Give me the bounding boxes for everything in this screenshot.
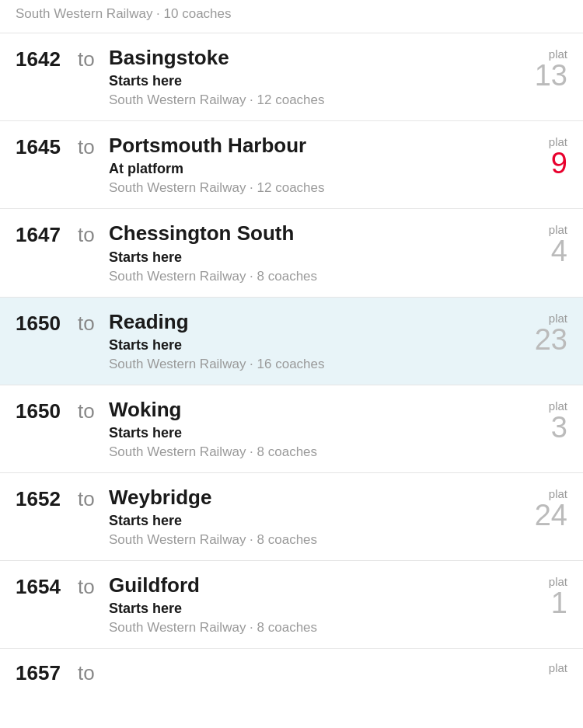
train-destination: Portsmouth Harbour xyxy=(109,134,513,158)
train-destination: Guildford xyxy=(109,573,513,597)
train-info: Chessington South Starts here South West… xyxy=(109,221,513,284)
train-row-partial-bottom[interactable]: 1657 to plat xyxy=(0,649,583,693)
train-destination: Weybridge xyxy=(109,486,513,510)
train-departures-list: South Western Railway · 10 coaches 1642 … xyxy=(0,0,583,693)
train-row-row-weybridge[interactable]: 1652 to Weybridge Starts here South West… xyxy=(0,473,583,561)
train-status: Starts here xyxy=(109,73,513,89)
platform-number: 3 xyxy=(551,413,567,442)
platform-number: 4 xyxy=(551,236,567,266)
train-platform: plat 23 xyxy=(513,310,567,372)
platform-number: 24 xyxy=(535,500,567,530)
train-operator: South Western Railway · 8 coaches xyxy=(109,620,513,636)
partial-to: to xyxy=(78,661,109,685)
train-info: Weybridge Starts here South Western Rail… xyxy=(109,486,513,548)
train-row-row-reading[interactable]: 1650 to Reading Starts here South Wester… xyxy=(0,298,583,385)
train-info: Portsmouth Harbour At platform South Wes… xyxy=(109,134,513,196)
partial-plat-label: plat xyxy=(549,661,567,674)
train-to: to xyxy=(78,134,109,196)
train-row-row-guildford[interactable]: 1654 to Guildford Starts here South West… xyxy=(0,561,583,649)
train-status: Starts here xyxy=(109,249,513,266)
platform-number: 9 xyxy=(551,148,567,178)
train-time: 1652 xyxy=(16,486,78,548)
train-destination: Reading xyxy=(109,310,513,334)
train-platform: plat 24 xyxy=(513,486,567,548)
train-to: to xyxy=(78,486,109,548)
partial-time: 1657 xyxy=(16,661,78,685)
train-time: 1647 xyxy=(16,221,78,284)
train-time: 1645 xyxy=(16,134,78,196)
train-info: Woking Starts here South Western Railway… xyxy=(109,398,513,460)
train-status: Starts here xyxy=(109,601,513,617)
partial-operator-text: South Western Railway · 10 coaches xyxy=(16,6,232,21)
train-time: 1642 xyxy=(16,46,78,108)
train-operator: South Western Railway · 12 coaches xyxy=(109,180,513,196)
train-row-row-basingstoke[interactable]: 1642 to Basingstoke Starts here South We… xyxy=(0,33,583,121)
train-to: to xyxy=(78,573,109,636)
train-to: to xyxy=(78,221,109,284)
train-operator: South Western Railway · 12 coaches xyxy=(109,92,513,108)
train-time: 1650 xyxy=(16,398,78,460)
train-destination: Woking xyxy=(109,398,513,422)
train-operator: South Western Railway · 8 coaches xyxy=(109,444,513,460)
partial-platform: plat xyxy=(513,661,567,674)
train-to: to xyxy=(78,398,109,460)
train-to: to xyxy=(78,310,109,372)
train-status: Starts here xyxy=(109,425,513,441)
train-platform: plat 13 xyxy=(513,46,567,108)
train-time: 1654 xyxy=(16,573,78,636)
train-platform: plat 9 xyxy=(513,134,567,196)
platform-number: 1 xyxy=(551,588,567,618)
train-info: Guildford Starts here South Western Rail… xyxy=(109,573,513,636)
train-status: At platform xyxy=(109,161,513,177)
train-destination: Chessington South xyxy=(109,221,513,246)
train-time: 1650 xyxy=(16,310,78,372)
train-operator: South Western Railway · 8 coaches xyxy=(109,269,513,284)
platform-number: 23 xyxy=(535,325,567,354)
train-row-row-portsmouth[interactable]: 1645 to Portsmouth Harbour At platform S… xyxy=(0,121,583,209)
platform-number: 13 xyxy=(535,61,567,90)
train-row-row-woking[interactable]: 1650 to Woking Starts here South Western… xyxy=(0,385,583,473)
train-operator: South Western Railway · 8 coaches xyxy=(109,532,513,548)
train-row-row-chessington[interactable]: 1647 to Chessington South Starts here So… xyxy=(0,209,583,297)
train-platform: plat 1 xyxy=(513,573,567,636)
train-platform: plat 3 xyxy=(513,398,567,460)
platform-label: plat xyxy=(549,312,567,325)
train-destination: Basingstoke xyxy=(109,46,513,70)
train-status: Starts here xyxy=(109,337,513,354)
train-platform: plat 4 xyxy=(513,221,567,284)
train-row-partial-top: South Western Railway · 10 coaches xyxy=(0,0,583,33)
train-to: to xyxy=(78,46,109,108)
train-info: Basingstoke Starts here South Western Ra… xyxy=(109,46,513,108)
train-status: Starts here xyxy=(109,513,513,529)
train-operator: South Western Railway · 16 coaches xyxy=(109,357,513,372)
train-info: Reading Starts here South Western Railwa… xyxy=(109,310,513,372)
